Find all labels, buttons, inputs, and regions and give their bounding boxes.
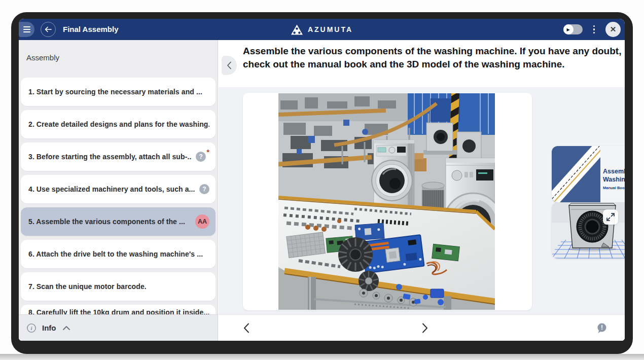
close-icon: ✕ [610,25,617,34]
step-badges: ? [195,184,209,194]
arrow-left-icon [44,25,53,34]
chevron-up-icon [62,325,71,331]
info-label: Info [42,323,56,332]
desk-surface [0,354,644,360]
top-bar: Final Assembly AZUMUTA ▶ ✕ [19,19,625,40]
manual-book-thumbnail[interactable]: Assembling Washing Machine Manual Book [552,146,625,202]
manual-book-cover: Assembling Washing Machine Manual Book [552,146,625,202]
book-subtitle: Manual Book [603,186,625,190]
hamburger-icon [23,26,30,27]
play-icon: ▶ [563,24,574,34]
brand-wordmark: AZUMUTA [308,25,353,33]
close-button[interactable]: ✕ [605,22,621,37]
page-title: Final Assembly [63,19,118,40]
step-media-card [243,93,532,310]
step-item-4[interactable]: 4. Use specialized machinery and tools, … [21,175,216,203]
step-label: 5. Assemble the various components of th… [28,218,185,226]
sidebar-section-title: Assembly [26,53,59,62]
step-label: 6. Attach the drive belt to the washing … [28,250,203,258]
step-item-5-selected[interactable]: 5. Assemble the various components of th… [21,207,216,236]
step-badges: ? * [192,152,209,162]
step-navigation-bar: ! [219,314,625,341]
azumuta-app-window: Final Assembly AZUMUTA ▶ ✕ Assembly [19,19,625,341]
exclamation-glyph: ! [601,324,603,331]
step-label: 7. Scan the unique motor barcode. [28,282,147,291]
book-title-line1: Assembling [603,168,625,175]
menu-button[interactable] [19,22,34,37]
expand-icon [605,212,616,222]
assignee-avatar: AA [195,214,209,229]
step-item-2[interactable]: 2. Create detailed designs and plans for… [21,110,216,138]
step-item-3[interactable]: 3. Before starting the assembly, attach … [21,142,216,171]
book-title-line2: Washing Machine [603,176,625,183]
step-label: 3. Before starting the assembly, attach … [28,153,192,161]
step-label: 1. Start by sourcing the necessary mater… [28,88,202,96]
step-label: 2. Create detailed designs and plans for… [28,120,209,128]
autoplay-toggle[interactable]: ▶ [563,24,583,34]
instruction-text: Assemble the various components of the w… [243,45,622,71]
overflow-menu-button[interactable] [590,23,598,36]
steps-sidebar: Assembly 1. Start by sourcing the necess… [19,40,218,341]
main-content: Assemble the various components of the w… [219,40,625,341]
question-badge-icon: ? [199,184,209,194]
step-item-7[interactable]: 7. Scan the unique motor barcode. [21,272,216,301]
chevron-left-icon [226,61,233,70]
screen: Final Assembly AZUMUTA ▶ ✕ Assembly [0,0,644,360]
topbar-controls: ▶ ✕ [563,19,621,40]
step-label: 4. Use specialized machinery and tools, … [28,185,195,193]
info-panel-button[interactable]: i Info [19,314,218,341]
back-button[interactable] [41,22,56,37]
info-glyph: i [30,325,32,331]
next-step-button[interactable] [418,322,431,334]
steps-list: Assembly 1. Start by sourcing the necess… [19,40,218,341]
step-item-6[interactable]: 6. Attach the drive belt to the washing … [21,240,216,268]
step-item-1[interactable]: 1. Start by sourcing the necessary mater… [21,78,216,106]
report-issue-button[interactable]: ! [596,322,608,334]
info-icon: i [26,323,37,333]
azumuta-logo-icon [291,24,303,35]
question-badge-icon: ? [196,152,206,162]
previous-step-button[interactable] [241,322,253,334]
step-photo-washing-machine-components[interactable] [278,93,495,310]
instruction-header: Assemble the various components of the w… [219,40,625,87]
required-marker: * [206,150,209,155]
expand-model-button[interactable] [603,209,618,225]
